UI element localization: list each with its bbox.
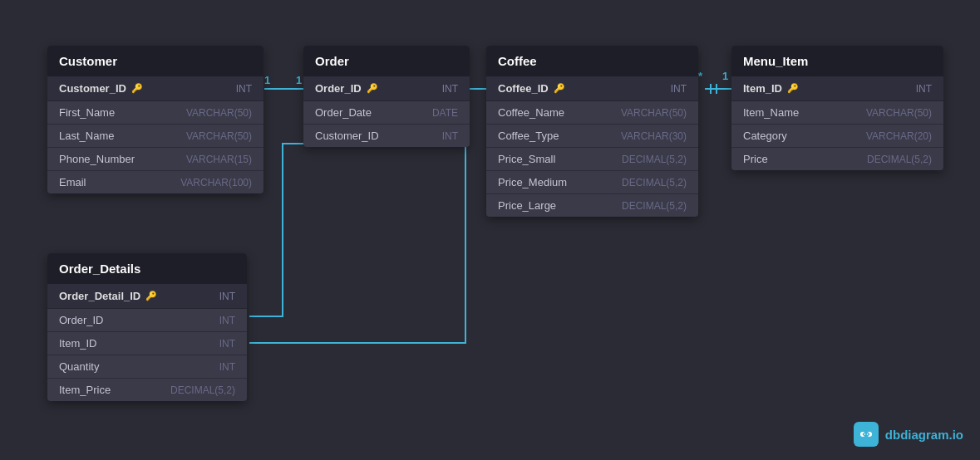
customer-pk-name: Customer_ID 🔑 bbox=[59, 82, 143, 95]
table-row: Quantity INT bbox=[47, 355, 247, 379]
coffee-table: Coffee Coffee_ID 🔑 INT Coffee_Name VARCH… bbox=[486, 46, 698, 217]
table-row: Item_Price DECIMAL(5,2) bbox=[47, 379, 247, 401]
table-row: Item_ID INT bbox=[47, 332, 247, 355]
menu-item-pk-type: INT bbox=[916, 83, 932, 95]
table-row: Phone_Number VARCHAR(15) bbox=[47, 148, 263, 171]
order-details-pk-type: INT bbox=[219, 291, 235, 302]
order-details-table-header: Order_Details bbox=[47, 253, 247, 284]
key-icon: 🔑 bbox=[131, 83, 143, 94]
coffee-pk-type: INT bbox=[671, 83, 687, 95]
menu-item-table-title: Menu_Item bbox=[743, 54, 808, 68]
key-icon: 🔑 bbox=[145, 291, 157, 301]
order-table-title: Order bbox=[315, 54, 349, 68]
menu-item-pk-name: Item_ID 🔑 bbox=[743, 82, 799, 95]
key-icon: 🔑 bbox=[787, 83, 799, 94]
menu-item-table: Menu_Item Item_ID 🔑 INT Item_Name VARCHA… bbox=[731, 46, 943, 170]
order-table-header: Order bbox=[303, 46, 470, 76]
table-row: First_Name VARCHAR(50) bbox=[47, 101, 263, 125]
customer-table-title: Customer bbox=[59, 54, 117, 68]
menu-item-table-header: Menu_Item bbox=[731, 46, 943, 76]
coffee-table-header: Coffee bbox=[486, 46, 698, 76]
table-row: Price_Medium DECIMAL(5,2) bbox=[486, 171, 698, 194]
svg-text:1: 1 bbox=[722, 70, 728, 82]
table-row: Category VARCHAR(20) bbox=[731, 125, 943, 148]
customer-table-header: Customer bbox=[47, 46, 263, 76]
coffee-table-title: Coffee bbox=[498, 54, 537, 68]
svg-text:*: * bbox=[698, 70, 703, 82]
diagram-canvas: 1 1 * * * 1 Customer Customer_ID 🔑 INT bbox=[0, 0, 980, 460]
table-row: Last_Name VARCHAR(50) bbox=[47, 125, 263, 148]
table-row: Price_Large DECIMAL(5,2) bbox=[486, 194, 698, 217]
customer-table: Customer Customer_ID 🔑 INT First_Name VA… bbox=[47, 46, 263, 193]
table-row: Price_Small DECIMAL(5,2) bbox=[486, 148, 698, 171]
brand-name: dbdiagram.io bbox=[885, 428, 963, 442]
order-pk-name: Order_ID 🔑 bbox=[315, 82, 378, 95]
coffee-pk-row: Coffee_ID 🔑 INT bbox=[486, 76, 698, 101]
table-row: Item_Name VARCHAR(50) bbox=[731, 101, 943, 125]
key-icon: 🔑 bbox=[367, 83, 378, 94]
order-details-table-title: Order_Details bbox=[59, 262, 140, 276]
key-icon: 🔑 bbox=[554, 83, 565, 94]
table-row: Order_Date DATE bbox=[303, 101, 470, 125]
brand-watermark: dbdiagram.io bbox=[854, 422, 963, 447]
table-row: Order_ID INT bbox=[47, 309, 247, 332]
table-row: Customer_ID INT bbox=[303, 125, 470, 147]
order-details-table: Order_Details Order_Detail_ID 🔑 INT Orde… bbox=[47, 253, 247, 401]
table-row: Coffee_Name VARCHAR(50) bbox=[486, 101, 698, 125]
table-row: Price DECIMAL(5,2) bbox=[731, 148, 943, 170]
brand-icon bbox=[854, 422, 879, 447]
order-table: Order Order_ID 🔑 INT Order_Date DATE Cus… bbox=[303, 46, 470, 147]
order-details-pk-row: Order_Detail_ID 🔑 INT bbox=[47, 284, 247, 309]
customer-pk-row: Customer_ID 🔑 INT bbox=[47, 76, 263, 101]
menu-item-pk-row: Item_ID 🔑 INT bbox=[731, 76, 943, 101]
coffee-pk-name: Coffee_ID 🔑 bbox=[498, 82, 565, 95]
svg-text:1: 1 bbox=[264, 74, 270, 86]
order-pk-row: Order_ID 🔑 INT bbox=[303, 76, 470, 101]
order-details-pk-name: Order_Detail_ID 🔑 bbox=[59, 290, 157, 302]
table-row: Coffee_Type VARCHAR(30) bbox=[486, 125, 698, 148]
svg-text:1: 1 bbox=[296, 74, 302, 86]
table-row: Email VARCHAR(100) bbox=[47, 171, 263, 193]
order-pk-type: INT bbox=[442, 83, 458, 95]
customer-pk-type: INT bbox=[236, 83, 252, 95]
